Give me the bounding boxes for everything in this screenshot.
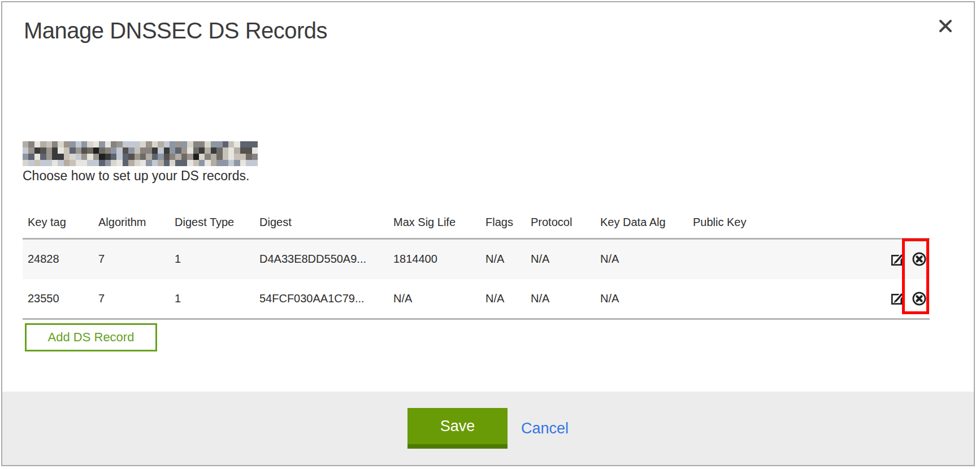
- redacted-pixel: [170, 154, 175, 160]
- redacted-pixel: [181, 141, 187, 147]
- redacted-pixel: [58, 141, 63, 147]
- cell-key-data-alg: N/A: [595, 239, 688, 279]
- redacted-pixel: [187, 147, 193, 154]
- redacted-pixel: [111, 160, 116, 166]
- modal-footer: Save Cancel: [2, 392, 974, 465]
- cancel-link[interactable]: Cancel: [521, 420, 569, 437]
- redacted-pixel: [40, 154, 46, 160]
- redacted-pixel: [193, 154, 199, 160]
- redacted-pixel: [87, 160, 93, 166]
- redacted-pixel: [205, 147, 210, 154]
- redacted-pixel: [211, 154, 216, 160]
- manage-dnssec-modal: Manage DNSSEC DS Records Choose how to s…: [1, 1, 975, 466]
- redacted-pixel: [116, 147, 122, 154]
- redacted-pixel: [140, 154, 146, 160]
- edit-record-button[interactable]: [890, 291, 905, 306]
- redacted-pixel: [240, 141, 246, 147]
- column-header-key-data-alg: Key Data Alg: [595, 209, 688, 239]
- redacted-pixel: [252, 147, 258, 154]
- edit-record-button[interactable]: [890, 252, 905, 267]
- column-header-key-tag: Key tag: [23, 209, 93, 239]
- redacted-pixel: [23, 141, 28, 147]
- redacted-pixel: [146, 160, 151, 166]
- redacted-pixel: [70, 147, 75, 154]
- redacted-pixel: [175, 141, 181, 147]
- table-row: 24828 7 1 D4A33E8DD550A9... 1814400 N/A …: [23, 239, 930, 279]
- redacted-pixel: [111, 147, 116, 154]
- redacted-pixel: [93, 160, 99, 166]
- save-button[interactable]: Save: [407, 408, 508, 449]
- redacted-pixel: [199, 141, 205, 147]
- cell-digest: D4A33E8DD550A9...: [254, 239, 388, 279]
- redacted-pixel: [128, 154, 134, 160]
- redacted-pixel: [105, 141, 111, 147]
- add-ds-record-button[interactable]: Add DS Record: [25, 323, 157, 351]
- redacted-pixel: [152, 141, 158, 147]
- redacted-pixel: [181, 147, 187, 154]
- close-button[interactable]: [935, 16, 956, 36]
- redacted-pixel: [46, 154, 52, 160]
- redacted-pixel: [164, 141, 170, 147]
- redacted-pixel: [111, 141, 116, 147]
- redacted-pixel: [223, 141, 228, 147]
- redacted-pixel: [128, 141, 134, 147]
- cell-key-tag: 23550: [23, 279, 93, 319]
- redacted-pixel: [99, 154, 105, 160]
- redacted-pixel: [128, 160, 134, 166]
- cell-digest-type: 1: [170, 239, 254, 279]
- redacted-pixel: [70, 141, 75, 147]
- delete-record-button[interactable]: [912, 291, 927, 306]
- redacted-pixel: [193, 160, 199, 166]
- redacted-pixel: [175, 154, 181, 160]
- redacted-pixel: [223, 147, 228, 154]
- redacted-pixel: [135, 147, 140, 154]
- redacted-pixel: [246, 154, 251, 160]
- close-icon: [938, 18, 953, 34]
- column-header-flags: Flags: [480, 209, 526, 239]
- redacted-pixel: [140, 160, 146, 166]
- redacted-pixel: [93, 141, 99, 147]
- edit-icon: [890, 299, 905, 307]
- cell-public-key: [688, 239, 882, 279]
- redacted-pixel: [223, 154, 228, 160]
- redacted-pixel: [175, 160, 181, 166]
- redacted-pixel: [81, 154, 87, 160]
- redacted-pixel: [40, 160, 46, 166]
- redacted-pixel: [128, 147, 134, 154]
- redacted-pixel: [64, 141, 70, 147]
- redacted-pixel: [76, 154, 81, 160]
- redacted-pixel: [152, 154, 158, 160]
- page-title: Manage DNSSEC DS Records: [24, 18, 327, 44]
- redacted-pixel: [52, 160, 58, 166]
- redacted-pixel: [152, 147, 158, 154]
- redacted-domain-name: [23, 141, 258, 166]
- redacted-pixel: [205, 160, 210, 166]
- redacted-pixel: [193, 141, 199, 147]
- ds-records-table: Key tag Algorithm Digest Type Digest Max…: [23, 209, 930, 320]
- redacted-pixel: [234, 154, 240, 160]
- redacted-pixel: [40, 147, 46, 154]
- redacted-pixel: [123, 141, 128, 147]
- redacted-pixel: [123, 154, 128, 160]
- redacted-pixel: [28, 160, 34, 166]
- redacted-pixel: [99, 160, 105, 166]
- redacted-pixel: [158, 154, 163, 160]
- cell-flags: N/A: [480, 279, 526, 319]
- redacted-pixel: [228, 160, 234, 166]
- table-header-row: Key tag Algorithm Digest Type Digest Max…: [23, 209, 930, 239]
- redacted-pixel: [140, 147, 146, 154]
- delete-record-button[interactable]: [912, 251, 927, 267]
- redacted-pixel: [135, 160, 140, 166]
- cell-algorithm: 7: [93, 239, 170, 279]
- redacted-pixel: [164, 160, 170, 166]
- redacted-pixel: [46, 141, 52, 147]
- redacted-pixel: [70, 154, 75, 160]
- redacted-pixel: [205, 154, 210, 160]
- cell-actions: [882, 239, 930, 279]
- redacted-pixel: [164, 147, 170, 154]
- redacted-pixel: [240, 154, 246, 160]
- redacted-pixel: [58, 147, 63, 154]
- redacted-pixel: [146, 154, 151, 160]
- redacted-pixel: [23, 160, 28, 166]
- redacted-pixel: [46, 160, 52, 166]
